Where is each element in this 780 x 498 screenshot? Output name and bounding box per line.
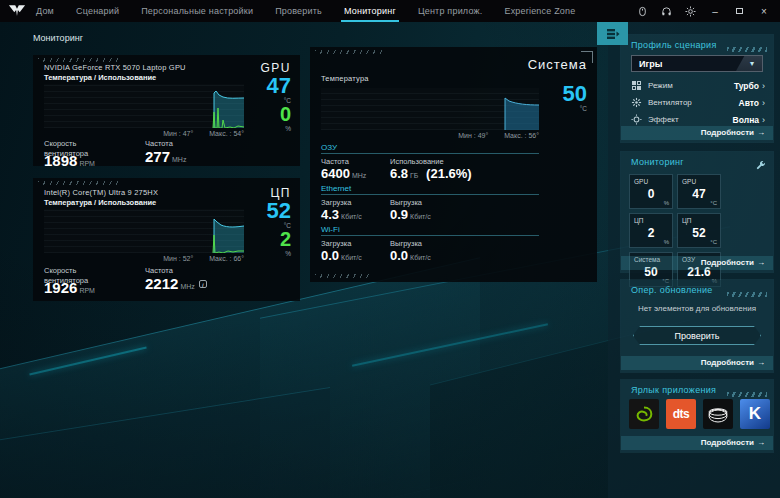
wifi-up-unit: Кбит/с <box>410 254 431 261</box>
ethernet-up-number: 0.9 <box>390 207 408 222</box>
gpu-card-title: NVIDIA GeForce RTX 5070 Laptop GPU <box>44 63 186 72</box>
settings-gear-icon[interactable] <box>685 6 696 17</box>
ethernet-up-value: 0.9Кбит/с <box>390 207 431 222</box>
tile-label: GPU <box>634 178 648 185</box>
main-nav: Дом Сценарий Персональные настройки Пров… <box>36 0 575 22</box>
app-shortcuts-header: Ярлык приложения <box>631 385 716 395</box>
info-icon[interactable]: i <box>199 280 207 288</box>
close-button[interactable]: × <box>758 6 770 17</box>
cpu-card-subtitle: Температура / Использование <box>44 198 156 207</box>
effect-row[interactable]: Эффект Волна › <box>631 113 765 126</box>
app-icons-row: dts K <box>629 399 770 429</box>
details-label: Подробности <box>701 128 754 137</box>
gpu-readout: GPU 47 °C 0 % <box>241 61 291 132</box>
nav-item-check[interactable]: Проверить <box>275 0 322 22</box>
profile-details-link[interactable]: Подробности→ <box>621 126 773 140</box>
system-label: Система <box>528 57 587 72</box>
tile-gpu-temp[interactable]: GPU 47 °C <box>677 174 721 209</box>
gpu-fan-unit: RPM <box>79 160 95 167</box>
nav-item-app-center[interactable]: Центр прилож. <box>418 0 483 22</box>
ethernet-down-unit: Кбит/с <box>341 213 362 220</box>
tile-cpu-usage[interactable]: ЦП 2 % <box>629 213 673 248</box>
divider <box>321 153 539 154</box>
tile-cpu-temp[interactable]: ЦП 52 °C <box>677 213 721 248</box>
sidebar-collapse-button[interactable] <box>597 22 628 45</box>
effect-bulb-icon <box>631 114 642 125</box>
ram-usage-number: 6.8 <box>390 166 408 181</box>
divider <box>321 235 539 236</box>
cpu-card-title: Intel(R) Core(TM) Ultra 9 275HX <box>44 188 158 197</box>
cpu-max-label: Макс. : 66° <box>209 255 244 262</box>
gpu-usage-value: 0 <box>241 104 291 125</box>
tile-value: 52 <box>678 226 720 240</box>
wifi-section-label: Wi-Fi <box>321 225 340 234</box>
cpu-usage-value: 2 <box>241 229 291 250</box>
cpu-freq-number: 2212 <box>145 275 178 292</box>
wifi-down-label: Загрузка <box>321 239 351 248</box>
nav-item-personal-settings[interactable]: Персональные настройки <box>141 0 253 22</box>
divider <box>321 194 539 195</box>
cpu-readout: ЦП 52 °C 2 % <box>241 186 291 257</box>
gpu-usage-unit: % <box>241 125 291 132</box>
tile-value: 47 <box>678 187 720 201</box>
monitoring-details-link[interactable]: Подробности→ <box>621 256 773 270</box>
cpu-fan-unit: RPM <box>79 287 95 294</box>
gpu-card: NVIDIA GeForce RTX 5070 Laptop GPU Темпе… <box>33 55 300 166</box>
card-hatch-decor <box>38 58 118 62</box>
gpu-max-label: Макс. : 54° <box>209 130 244 137</box>
ram-usage-percent: (21.6%) <box>426 166 472 181</box>
cpu-minmax: Мин : 52° Макс. : 66° <box>44 255 244 262</box>
cpu-usage-unit: % <box>241 250 291 257</box>
update-header: Опер. обновление <box>631 285 713 295</box>
arrow-right-icon: → <box>757 128 765 137</box>
wifi-down-unit: Кбит/с <box>341 254 362 261</box>
scenario-dropdown[interactable]: Игры ▾ <box>631 55 763 72</box>
wrench-icon[interactable] <box>756 156 766 174</box>
top-bar: Дом Сценарий Персональные настройки Пров… <box>0 0 780 22</box>
maximize-button[interactable] <box>734 6 745 17</box>
scenario-profile-header: Профиль сценария <box>631 40 717 50</box>
ram-freq-value: 6400MHz <box>321 166 366 181</box>
nvidia-app-icon[interactable] <box>629 399 659 429</box>
headset-icon[interactable] <box>661 6 672 17</box>
cpu-fan-value: 1926RPM <box>44 279 95 296</box>
check-updates-button[interactable]: Проверить <box>633 326 761 345</box>
tile-label: GPU <box>682 178 696 185</box>
rings-app-icon[interactable] <box>703 399 733 429</box>
nav-item-scenario[interactable]: Сценарий <box>76 0 119 22</box>
update-details-link[interactable]: Подробности→ <box>621 356 773 370</box>
nav-item-home[interactable]: Дом <box>36 0 54 22</box>
tile-unit: % <box>664 200 669 206</box>
gpu-fan-number: 1898 <box>44 152 77 169</box>
mouse-icon[interactable] <box>637 6 648 17</box>
header-hatch-decor <box>727 392 767 397</box>
wifi-up-number: 0.0 <box>390 248 408 263</box>
tile-label: ЦП <box>682 217 691 224</box>
killer-app-icon[interactable]: K <box>740 399 770 429</box>
gpu-temp-value: 47 <box>241 75 291 97</box>
arrow-right-icon: → <box>757 358 765 367</box>
apps-details-link[interactable]: Подробности→ <box>621 436 773 450</box>
fan-label: Вентилятор <box>648 98 692 107</box>
mode-row[interactable]: Режим Турбо › <box>631 79 765 92</box>
details-label: Подробности <box>701 438 754 447</box>
tile-label: ЦП <box>634 217 643 224</box>
fan-value: Авто <box>739 98 760 108</box>
dts-app-icon[interactable]: dts <box>666 399 696 429</box>
fan-row[interactable]: Вентилятор Авто › <box>631 96 765 109</box>
effect-value: Волна <box>733 115 759 125</box>
tile-gpu-usage[interactable]: GPU 0 % <box>629 174 673 209</box>
nav-item-monitoring[interactable]: Мониторинг <box>344 0 396 22</box>
dts-label: dts <box>673 407 690 421</box>
mode-label: Режим <box>648 81 673 90</box>
effect-label: Эффект <box>648 115 679 124</box>
ethernet-down-number: 4.3 <box>321 207 339 222</box>
minimize-button[interactable]: – <box>709 6 721 17</box>
card-hatch-decor <box>315 50 385 54</box>
ram-usage-value: 6.8ГБ (21.6%) <box>390 166 472 181</box>
cpu-freq-unit: MHz <box>180 283 194 290</box>
header-hatch-decor <box>727 292 767 297</box>
tile-value: 0 <box>630 187 672 201</box>
page-title: Мониторинг <box>33 33 83 43</box>
nav-item-experience-zone[interactable]: Experience Zone <box>504 0 575 22</box>
